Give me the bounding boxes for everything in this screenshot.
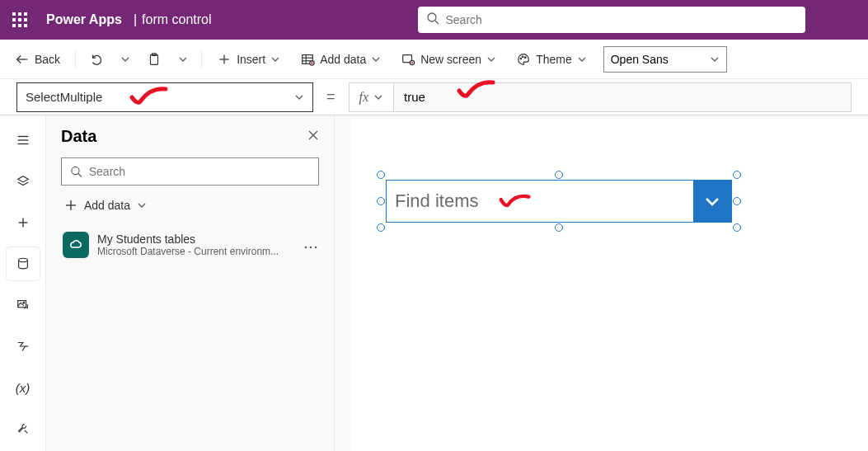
add-data-button[interactable]: Add data (292, 45, 389, 74)
rail-tree-view-button[interactable] (7, 165, 40, 198)
app-name: Power Apps (40, 12, 129, 27)
layers-icon (16, 174, 30, 189)
page-title: form control (142, 12, 211, 27)
screen-stage[interactable]: Find items (351, 119, 868, 451)
formula-input[interactable]: true (394, 83, 851, 111)
data-grid-icon (300, 52, 315, 67)
plus-icon (217, 52, 232, 67)
flow-icon (16, 339, 30, 354)
plus-icon (16, 215, 30, 230)
svg-point-40 (315, 247, 317, 249)
command-bar: Back Insert Add data New screen Theme Op… (0, 40, 868, 79)
left-rail: (x) (0, 115, 46, 451)
svg-point-34 (72, 167, 79, 174)
data-source-name: My Students tables (97, 233, 287, 246)
plus-icon (64, 199, 77, 212)
font-selector-value: Open Sans (611, 53, 669, 66)
paste-button[interactable] (140, 45, 168, 74)
svg-point-19 (522, 56, 523, 58)
close-icon (307, 129, 319, 141)
app-launcher-button[interactable] (0, 0, 40, 40)
database-icon (16, 256, 30, 271)
data-search[interactable] (61, 157, 319, 186)
resize-handle[interactable] (377, 223, 385, 232)
formula-value: true (404, 90, 425, 104)
combobox-control-selected[interactable]: Find items (386, 180, 732, 223)
formula-box: fx true (349, 82, 852, 112)
main-area: (x) Data Add data My Students table (0, 115, 868, 451)
svg-point-18 (520, 58, 522, 59)
hamburger-icon (16, 133, 30, 148)
rail-insert-button[interactable] (7, 206, 40, 239)
chevron-down-icon (710, 54, 720, 64)
back-label: Back (35, 53, 60, 66)
add-data-panel-button[interactable]: Add data (61, 194, 319, 217)
property-selector[interactable]: SelectMultiple (16, 82, 313, 112)
back-arrow-icon (15, 52, 30, 67)
resize-handle[interactable] (377, 197, 385, 205)
svg-point-20 (525, 56, 527, 58)
fx-button[interactable]: fx (350, 83, 395, 111)
rail-data-button[interactable] (7, 247, 40, 280)
resize-handle[interactable] (733, 171, 741, 179)
svg-line-35 (78, 174, 82, 177)
waffle-icon (12, 12, 27, 27)
insert-button[interactable]: Insert (209, 45, 289, 74)
formula-bar: SelectMultiple = fx true (0, 79, 868, 115)
resize-handle[interactable] (733, 197, 741, 205)
new-screen-button[interactable]: New screen (392, 45, 504, 74)
global-search[interactable] (418, 7, 805, 33)
search-icon (70, 165, 82, 178)
data-source-more-button[interactable] (304, 237, 317, 252)
insert-label: Insert (237, 53, 265, 66)
chevron-down-icon (373, 92, 383, 102)
svg-rect-3 (151, 54, 158, 64)
resize-handle[interactable] (555, 171, 563, 179)
rail-power-automate-button[interactable] (7, 330, 40, 363)
data-panel-title: Data (61, 127, 96, 146)
more-icon (304, 246, 317, 249)
app-header: Power Apps | form control (0, 0, 868, 40)
data-source-item[interactable]: My Students tables Microsoft Dataverse -… (61, 227, 319, 263)
undo-split-button[interactable] (114, 45, 137, 74)
property-selector-value: SelectMultiple (26, 90, 102, 104)
rail-hamburger-button[interactable] (7, 124, 40, 157)
chevron-down-icon (371, 54, 381, 64)
data-source-subtitle: Microsoft Dataverse - Current environm..… (97, 246, 287, 257)
svg-point-0 (428, 13, 436, 21)
rail-advanced-tools-button[interactable] (7, 412, 40, 445)
data-panel: Data Add data My Students tables Microso… (46, 115, 335, 451)
svg-marker-24 (17, 176, 28, 182)
global-search-input[interactable] (446, 13, 797, 26)
svg-point-38 (305, 247, 307, 249)
resize-handle[interactable] (377, 171, 385, 179)
svg-point-39 (310, 247, 312, 249)
clipboard-icon (147, 52, 162, 67)
undo-button[interactable] (82, 45, 110, 74)
chevron-down-icon (294, 92, 304, 102)
resize-handle[interactable] (555, 223, 563, 232)
data-panel-close-button[interactable] (307, 129, 319, 144)
svg-point-27 (18, 258, 27, 262)
search-icon (426, 12, 439, 28)
undo-icon (89, 52, 104, 67)
command-divider (75, 49, 76, 69)
media-icon (16, 298, 30, 312)
font-selector[interactable]: Open Sans (603, 46, 727, 73)
paste-split-button[interactable] (171, 45, 195, 74)
rail-media-button[interactable] (7, 289, 40, 322)
rail-variables-button[interactable]: (x) (7, 371, 40, 404)
dataverse-icon (63, 232, 89, 258)
new-screen-label: New screen (420, 53, 481, 66)
resize-handle[interactable] (733, 223, 741, 232)
data-search-input[interactable] (89, 165, 310, 178)
back-button[interactable]: Back (7, 45, 68, 74)
palette-icon (516, 52, 531, 67)
theme-button[interactable]: Theme (508, 45, 595, 74)
equals-label: = (321, 88, 340, 106)
screen-icon (401, 52, 415, 67)
svg-point-29 (23, 302, 25, 303)
add-data-panel-label: Add data (84, 199, 130, 212)
command-divider (201, 49, 202, 69)
chevron-down-icon (486, 54, 496, 64)
